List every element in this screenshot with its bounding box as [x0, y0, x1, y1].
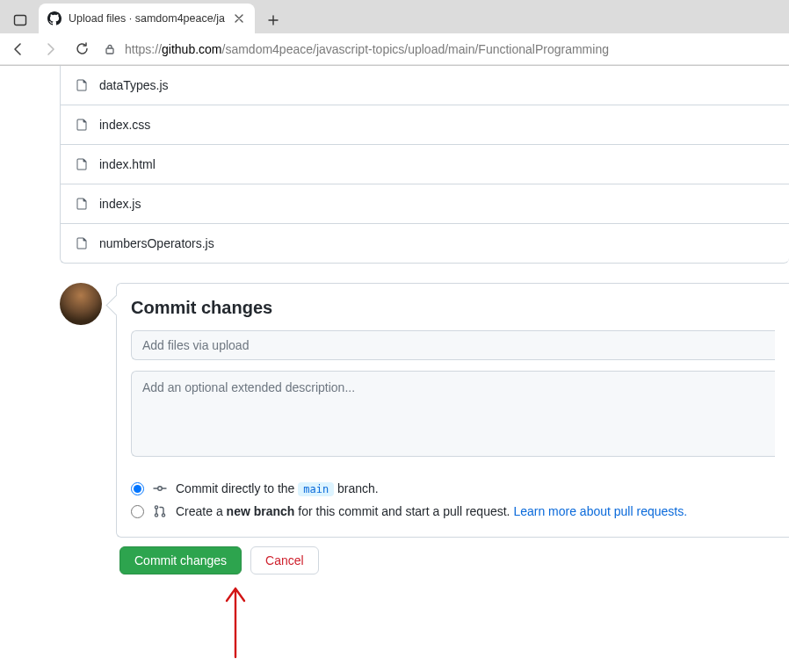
close-tab-button[interactable] [232, 11, 246, 25]
github-icon [47, 11, 62, 25]
list-item[interactable]: numbersOperators.js [61, 223, 789, 263]
file-icon [75, 236, 89, 250]
radio-new-branch[interactable]: Create a new branch for this commit and … [131, 500, 775, 523]
radio-commit-direct[interactable]: Commit directly to the main branch. [131, 477, 775, 500]
reload-button[interactable] [72, 40, 91, 59]
browser-chrome: Upload files · samdom4peace/ja https://g… [0, 0, 789, 66]
nav-bar: https://github.com/samdom4peace/javascri… [0, 33, 789, 65]
back-button[interactable] [9, 40, 28, 59]
branch-radio-group: Commit directly to the main branch. Crea… [131, 477, 775, 523]
forward-button[interactable] [40, 40, 60, 59]
file-icon [75, 118, 89, 132]
branch-chip: main [298, 482, 334, 496]
radio-new-text: Create a new branch for this commit and … [176, 504, 687, 518]
new-tab-button[interactable] [260, 7, 286, 33]
commit-description-input[interactable] [131, 371, 775, 457]
address-bar[interactable]: https://github.com/samdom4peace/javascri… [104, 42, 780, 56]
commit-box: Commit changes Commit directly to the ma… [116, 283, 789, 538]
list-item[interactable]: index.js [61, 184, 789, 223]
file-list: dataTypes.js index.css index.html index.… [60, 66, 789, 264]
radio-direct-text: Commit directly to the main branch. [176, 481, 379, 495]
avatar[interactable] [60, 283, 102, 325]
lock-icon [104, 43, 116, 55]
tab-title: Upload files · samdom4peace/ja [69, 12, 225, 25]
svg-point-2 [158, 487, 163, 491]
cancel-button[interactable]: Cancel [250, 546, 319, 574]
commit-changes-button[interactable]: Commit changes [119, 546, 242, 574]
browser-tab[interactable]: Upload files · samdom4peace/ja [39, 4, 255, 33]
file-icon [75, 197, 89, 211]
list-item[interactable]: index.html [61, 144, 789, 184]
commit-heading: Commit changes [131, 298, 775, 318]
file-name: dataTypes.js [99, 78, 169, 92]
svg-rect-0 [15, 16, 26, 25]
url-text: https://github.com/samdom4peace/javascri… [125, 42, 609, 56]
commit-section: Commit changes Commit directly to the ma… [60, 283, 789, 538]
svg-rect-1 [106, 48, 113, 54]
file-icon [75, 78, 89, 92]
file-name: index.html [99, 157, 156, 171]
list-item[interactable]: index.css [61, 105, 789, 144]
git-pull-request-icon [153, 504, 167, 518]
file-name: numbersOperators.js [99, 236, 214, 250]
file-icon [75, 157, 89, 171]
file-name: index.js [99, 197, 141, 211]
git-commit-icon [153, 481, 167, 495]
commit-summary-input[interactable] [131, 330, 775, 360]
radio-new-branch-input[interactable] [131, 505, 144, 518]
file-name: index.css [99, 118, 150, 132]
tab-bar: Upload files · samdom4peace/ja [0, 0, 789, 33]
page-content: dataTypes.js index.css index.html index.… [0, 66, 789, 659]
radio-commit-direct-input[interactable] [131, 482, 144, 495]
list-item[interactable]: dataTypes.js [61, 66, 789, 105]
tab-overview-button[interactable] [7, 7, 33, 33]
button-row: Commit changes Cancel [119, 546, 789, 574]
learn-pull-requests-link[interactable]: Learn more about pull requests. [513, 504, 687, 518]
annotation-arrow [218, 580, 789, 659]
